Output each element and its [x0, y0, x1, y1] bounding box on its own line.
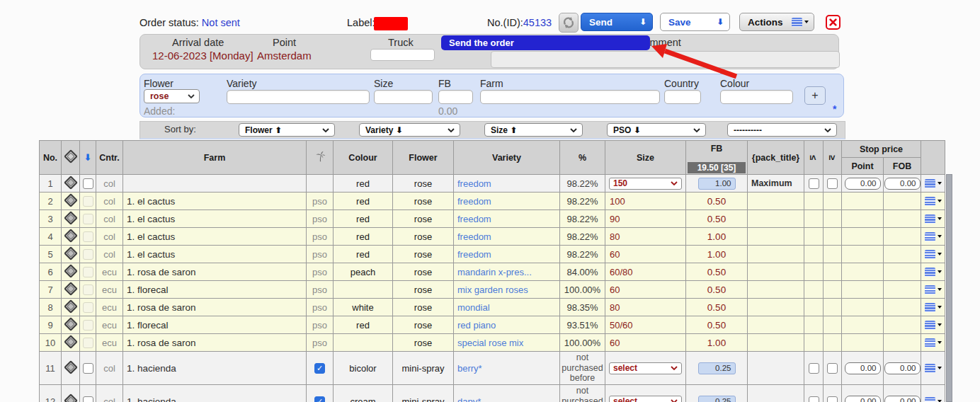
col-cntr[interactable]: Cntr.: [96, 141, 123, 175]
pso-checkbox[interactable]: ✓: [314, 396, 325, 402]
row-menu-button[interactable]: [921, 232, 945, 241]
filter-country-input[interactable]: [664, 90, 701, 104]
save-button[interactable]: Save ⬇: [660, 13, 730, 31]
filter-colour-input[interactable]: [720, 90, 793, 104]
table-scrollbar[interactable]: [946, 174, 952, 402]
ge-checkbox[interactable]: [827, 178, 838, 189]
row-menu-button[interactable]: [921, 364, 945, 373]
pso-checkbox[interactable]: ✓: [314, 363, 325, 374]
stop-fob-input[interactable]: 0.00: [884, 362, 921, 374]
farm-cell: 1. hacienda: [123, 352, 307, 385]
actions-button[interactable]: Actions: [739, 13, 814, 31]
col-pso[interactable]: [307, 141, 334, 175]
variety-link[interactable]: freedom: [457, 249, 491, 260]
row-menu-button[interactable]: [921, 214, 945, 224]
filter-flower-select[interactable]: rose: [144, 89, 200, 103]
col-variety[interactable]: Variety: [454, 141, 560, 175]
ge-checkbox[interactable]: [827, 363, 838, 374]
sort-select-1[interactable]: Flower ⬆: [239, 123, 335, 137]
variety-link[interactable]: freedom: [457, 214, 491, 224]
variety-link[interactable]: freedom: [457, 178, 491, 189]
stop-point-input[interactable]: 0.00: [845, 362, 881, 374]
stop-point-input[interactable]: 0.00: [845, 178, 881, 190]
size-select[interactable]: select: [609, 362, 682, 374]
stop-point-cell: [842, 316, 884, 334]
table-row: 2col1. el cactuspsoredrosefreedom98.22%1…: [40, 193, 945, 210]
le-checkbox[interactable]: [809, 396, 819, 402]
col-stop-fob[interactable]: FOB: [884, 158, 921, 175]
col-select-all[interactable]: ⬇: [80, 141, 96, 175]
truck-label: Truck: [388, 37, 414, 48]
fb-input[interactable]: 1.00: [698, 178, 736, 190]
variety-link[interactable]: mandarin x-pres...: [457, 267, 532, 277]
col-fb[interactable]: FB 19.50 [35]: [686, 141, 748, 175]
farm-cell: 1. el cactus: [123, 193, 307, 210]
row-menu-button[interactable]: [921, 250, 945, 259]
variety-link[interactable]: special rose mix: [457, 338, 523, 348]
col-container-tag[interactable]: [62, 141, 80, 175]
truck-input[interactable]: [370, 49, 435, 61]
add-filter-button[interactable]: +: [804, 86, 826, 105]
ge-checkbox[interactable]: [827, 396, 838, 402]
percent-cell: 98.22%: [560, 246, 605, 263]
close-button[interactable]: [826, 15, 841, 30]
row-menu-button[interactable]: [921, 397, 945, 402]
percent-cell: 98.22%: [560, 210, 605, 228]
col-farm[interactable]: Farm: [123, 141, 307, 175]
row-menu-button[interactable]: [921, 179, 945, 188]
ge-checkbox-cell: [824, 299, 842, 316]
col-less-equal[interactable]: ≤: [804, 141, 824, 175]
col-pack-title[interactable]: {pack_title}: [748, 141, 804, 175]
farm-cell: 1. el cactus: [123, 210, 307, 228]
sort-select-5[interactable]: ----------: [727, 123, 837, 137]
variety-link[interactable]: freedom: [457, 231, 491, 242]
variety-link[interactable]: red piano: [457, 320, 496, 331]
row-menu-button[interactable]: [921, 268, 945, 277]
row-menu-button[interactable]: [921, 303, 945, 312]
filter-fb-input[interactable]: [438, 90, 473, 104]
filter-size-input[interactable]: [374, 90, 433, 104]
variety-link[interactable]: freedom: [457, 196, 491, 207]
hamburger-icon: [925, 397, 935, 402]
fb-input[interactable]: 0.25: [698, 396, 736, 402]
fb-input[interactable]: 0.25: [698, 362, 736, 374]
size-select[interactable]: select: [609, 396, 682, 402]
col-size[interactable]: Size: [605, 141, 686, 175]
send-button[interactable]: Send ⬇: [581, 13, 653, 31]
row-menu-button[interactable]: [921, 321, 945, 330]
stop-fob-input[interactable]: 0.00: [884, 178, 921, 190]
row-checkbox[interactable]: [83, 178, 93, 189]
stop-point-input[interactable]: 0.00: [845, 396, 881, 402]
col-stop-point[interactable]: Point: [842, 158, 884, 175]
farm-cell: 1. florecal: [123, 316, 307, 334]
filter-farm-input[interactable]: [480, 90, 660, 104]
col-colour[interactable]: Colour: [334, 141, 393, 175]
caret-down-icon: [938, 182, 942, 185]
variety-link[interactable]: mix garden roses: [457, 285, 528, 295]
size-select[interactable]: 150: [609, 178, 682, 190]
tag-icon: [64, 211, 78, 225]
le-checkbox[interactable]: [809, 178, 819, 189]
row-menu-button[interactable]: [921, 285, 945, 294]
table-row: 3col1. el cactuspsoredrosefreedom98.22%9…: [40, 210, 945, 228]
col-percent[interactable]: %: [560, 141, 605, 175]
stop-fob-input[interactable]: 0.00: [884, 396, 921, 402]
sort-select-4[interactable]: PSO ⬇: [607, 123, 706, 137]
sort-select-2[interactable]: Variety ⬇: [359, 123, 460, 137]
row-checkbox[interactable]: [83, 363, 93, 374]
col-no[interactable]: No.: [40, 141, 62, 175]
refresh-button[interactable]: [559, 13, 579, 33]
row-menu-button[interactable]: [921, 197, 945, 206]
col-flower[interactable]: Flower: [393, 141, 454, 175]
row-checkbox: [83, 338, 93, 348]
filter-variety-input[interactable]: [227, 90, 370, 104]
col-greater-equal[interactable]: ≥: [824, 141, 842, 175]
variety-link[interactable]: berry*: [457, 363, 482, 374]
variety-link[interactable]: mondial: [457, 302, 490, 313]
order-label-chip[interactable]: [374, 17, 408, 30]
row-checkbox[interactable]: [83, 396, 93, 402]
sort-select-3[interactable]: Size ⬆: [484, 123, 583, 137]
variety-link[interactable]: dapy*: [457, 396, 481, 402]
row-menu-button[interactable]: [921, 338, 945, 348]
le-checkbox[interactable]: [809, 363, 819, 374]
